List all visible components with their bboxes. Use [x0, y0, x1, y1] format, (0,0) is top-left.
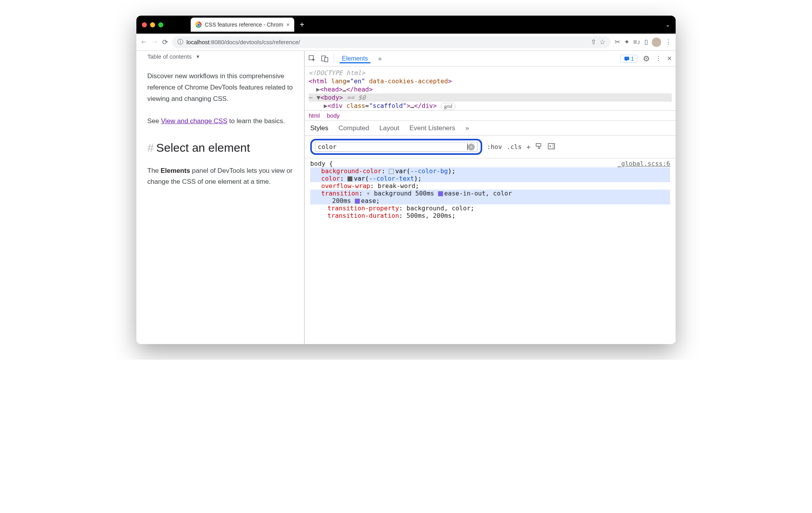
cls-toggle[interactable]: .cls — [507, 143, 522, 151]
fullscreen-window-button[interactable] — [158, 22, 163, 27]
elements-tab[interactable]: Elements — [340, 54, 370, 63]
crumb-body[interactable]: body — [327, 112, 340, 119]
toc-toggle[interactable]: Table of contents ▼ — [147, 53, 297, 60]
doctype-line: <!DOCTYPE html> — [309, 69, 672, 77]
source-link[interactable]: _global.scss:6 — [617, 160, 670, 167]
extensions-icon[interactable]: ✦ — [624, 38, 630, 46]
clear-filter-icon[interactable]: ✕ — [468, 143, 475, 151]
devtools-panel: Elements » 1 ⚙ ⋮ × <!DOCTYPE html> <html… — [304, 51, 676, 344]
decl-transition-cont[interactable]: 200ms ease; — [310, 197, 670, 204]
css-rules[interactable]: body { _global.scss:6 background-color: … — [305, 158, 676, 344]
toc-label: Table of contents — [147, 53, 191, 60]
address-bar[interactable]: ⓘ localhost:8080/docs/devtools/css/refer… — [172, 36, 611, 48]
page-content: Table of contents ▼ Discover new workflo… — [136, 51, 304, 344]
decl-background-color[interactable]: background-color: var(--color-bg); — [310, 167, 670, 175]
div-scaffold-element[interactable]: ▶<div class="scaffold">…</div> grid — [309, 102, 672, 110]
svg-rect-3 — [624, 57, 629, 60]
decl-color[interactable]: color: var(--color-text); — [310, 175, 670, 182]
profile-avatar[interactable] — [652, 38, 661, 47]
browser-tab[interactable]: CSS features reference - Chrom × — [191, 18, 294, 32]
styles-tabstrip: Styles Computed Layout Event Listeners » — [305, 121, 676, 136]
settings-icon[interactable]: ⚙ — [643, 54, 650, 63]
menu-icon[interactable]: ⋮ — [665, 38, 672, 46]
decl-transition[interactable]: transition: ▾ background 500ms ease-in-o… — [310, 190, 670, 197]
share-icon[interactable]: ⇧ — [591, 38, 596, 46]
hov-toggle[interactable]: :hov — [487, 143, 502, 151]
styles-filter-row: ✕ :hov .cls + — [305, 136, 676, 158]
new-rule-icon[interactable]: + — [526, 143, 531, 151]
crumb-html[interactable]: html — [309, 112, 320, 119]
tab-event-listeners[interactable]: Event Listeners — [410, 124, 455, 132]
tab-title: CSS features reference - Chrom — [205, 22, 283, 28]
more-tabs-icon[interactable]: » — [376, 55, 384, 62]
chevron-down-icon: ▼ — [195, 54, 200, 59]
dom-tree[interactable]: <!DOCTYPE html> <html lang="en" data-coo… — [305, 66, 676, 110]
titlebar: CSS features reference - Chrom × + ⌄ — [136, 16, 676, 34]
browser-window: CSS features reference - Chrom × + ⌄ ← →… — [136, 16, 676, 344]
decl-transition-property[interactable]: transition-property: background, color; — [310, 204, 670, 212]
url-path: /docs/devtools/css/reference/ — [224, 39, 300, 45]
devtools-toolbar: Elements » 1 ⚙ ⋮ × — [305, 51, 676, 66]
body-element-selected[interactable]: ⋯ ▼<body> == $0 — [309, 93, 672, 102]
window-controls — [142, 22, 163, 27]
chrome-icon — [195, 22, 202, 28]
tab-styles[interactable]: Styles — [310, 124, 328, 132]
scissors-icon[interactable]: ✂ — [615, 38, 620, 46]
rule-selector[interactable]: body { — [310, 160, 333, 167]
sidepanel-icon[interactable]: ▯ — [644, 38, 648, 46]
select-element-heading: #Select an element — [147, 141, 297, 154]
url-host: localhost — [186, 39, 209, 45]
devtools-menu-icon[interactable]: ⋮ — [655, 55, 662, 62]
svg-rect-2 — [325, 57, 328, 62]
svg-rect-4 — [536, 143, 541, 146]
paint-icon[interactable] — [535, 143, 542, 151]
hash-icon: # — [147, 141, 154, 154]
view-change-css-link[interactable]: View and change CSS — [161, 117, 227, 125]
decl-overflow-wrap[interactable]: overflow-wrap: break-word; — [310, 182, 670, 190]
breadcrumb: html body — [305, 110, 676, 121]
more-styles-tabs-icon[interactable]: » — [465, 124, 469, 132]
bookmark-icon[interactable]: ☆ — [599, 38, 605, 46]
issues-badge[interactable]: 1 — [621, 55, 638, 63]
tab-computed[interactable]: Computed — [338, 124, 369, 132]
new-tab-button[interactable]: + — [300, 20, 304, 29]
elements-paragraph: The Elements panel of DevTools lets you … — [147, 165, 297, 188]
see-paragraph: See View and change CSS to learn the bas… — [147, 116, 297, 127]
site-info-icon[interactable]: ⓘ — [177, 38, 183, 46]
intro-paragraph: Discover new workflows in this comprehen… — [147, 71, 297, 105]
url-port: :8080 — [209, 39, 224, 45]
svg-rect-6 — [552, 143, 554, 149]
tabs-chevron-icon[interactable]: ⌄ — [665, 22, 670, 28]
head-element[interactable]: ▶<head>…</head> — [309, 85, 672, 93]
media-icon[interactable]: ≡♪ — [633, 38, 640, 46]
close-tab-icon[interactable]: × — [286, 22, 290, 28]
styles-filter-input[interactable] — [318, 143, 467, 151]
close-window-button[interactable] — [142, 22, 147, 27]
devtools-close-icon[interactable]: × — [667, 54, 672, 63]
grid-badge[interactable]: grid — [440, 103, 456, 110]
inspect-icon[interactable] — [309, 55, 316, 62]
toolbar: ← → ⟳ ⓘ localhost:8080/docs/devtools/css… — [136, 34, 676, 51]
back-button[interactable]: ← — [140, 38, 147, 46]
html-element[interactable]: <html lang="en" data-cookies-accepted> — [309, 77, 672, 85]
reload-button[interactable]: ⟳ — [162, 38, 168, 47]
filter-highlight: ✕ — [310, 139, 482, 155]
minimize-window-button[interactable] — [150, 22, 155, 27]
toggle-sidebar-icon[interactable] — [548, 143, 555, 151]
forward-button[interactable]: → — [151, 38, 158, 46]
device-toggle-icon[interactable] — [321, 55, 328, 62]
tab-layout[interactable]: Layout — [379, 124, 399, 132]
decl-transition-duration[interactable]: transition-duration: 500ms, 200ms; — [310, 212, 670, 219]
